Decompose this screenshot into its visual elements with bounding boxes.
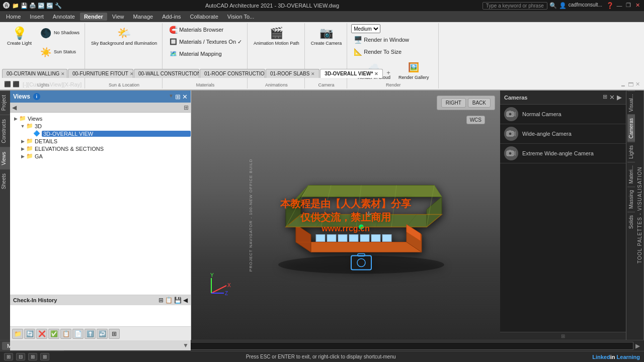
ci-btn-1[interactable]: 📁 bbox=[12, 329, 23, 339]
render-gallery-button[interactable]: 🖼️ Render Gallery bbox=[396, 58, 431, 81]
ci-btn-6[interactable]: 📄 bbox=[72, 329, 84, 339]
ci-btn-7[interactable]: ⬆️ bbox=[85, 329, 96, 339]
checkin-icon-2[interactable]: 📋 bbox=[165, 297, 173, 304]
checkin-title: Check-In History bbox=[13, 297, 57, 303]
ci-btn-9[interactable]: ⊞ bbox=[109, 329, 120, 339]
status-bar: ⊞ ⊟ ⊞ ⊞ Press ESC or ENTER to exit, or r… bbox=[0, 351, 644, 362]
camera-panel-scroll[interactable]: ⊞ bbox=[603, 94, 607, 101]
close-button[interactable]: ✕ bbox=[634, 2, 641, 9]
materials-browser-button[interactable]: 🧲 Materials Browser bbox=[167, 24, 244, 35]
menu-vision[interactable]: Vision To... bbox=[223, 13, 258, 21]
grid-toggle[interactable]: ⊟ bbox=[16, 353, 25, 360]
doc-tab-wall[interactable]: 00-WALL CONSTRUCTION ✕ bbox=[134, 69, 199, 78]
camera-item-wide[interactable]: Wide-angle Camera bbox=[500, 124, 626, 144]
ci-btn-3[interactable]: ❌ bbox=[36, 329, 47, 339]
menu-insert[interactable]: Insert bbox=[26, 13, 48, 21]
menu-annotate[interactable]: Annotate bbox=[49, 13, 79, 21]
search-icon[interactable]: 🔍 bbox=[549, 2, 557, 10]
user-name: cadfmconsult... bbox=[569, 2, 602, 10]
doc-tab-slabs[interactable]: 01-ROOF SLABS ✕ bbox=[266, 69, 319, 78]
view-minimize[interactable]: 🗕 bbox=[620, 81, 626, 87]
view-maximize[interactable]: 🗖 bbox=[628, 81, 633, 87]
solids-tab[interactable]: Solids bbox=[627, 212, 635, 232]
project-tab[interactable]: Project bbox=[0, 90, 10, 115]
tree-item-details[interactable]: ▶ 📁 DETAILS bbox=[10, 137, 191, 145]
views-panel-scroll-up[interactable]: ⊞ bbox=[175, 93, 181, 101]
add-doc-tab[interactable]: + bbox=[383, 67, 393, 78]
no-shadows-button[interactable]: 🌑 No Shadows bbox=[36, 24, 82, 42]
sheets-tab[interactable]: Sheets bbox=[0, 169, 10, 193]
user-icon[interactable]: 👤 bbox=[559, 2, 567, 10]
tree-item-3d-overall[interactable]: 🔷 3D-OVERALL VIEW bbox=[10, 130, 191, 137]
views-panel-dropdown[interactable]: ▼ bbox=[169, 93, 174, 101]
camera-item-normal[interactable]: Normal Camera bbox=[500, 105, 626, 124]
ortho-toggle[interactable]: ⊞ bbox=[28, 353, 37, 360]
close-curtain-tab[interactable]: ✕ bbox=[61, 71, 65, 76]
close-slabs-tab[interactable]: ✕ bbox=[311, 71, 315, 76]
minimize-button[interactable]: — bbox=[616, 2, 623, 9]
constructs-tab[interactable]: Constructs bbox=[0, 115, 10, 147]
animation-motion-button[interactable]: 🎬 Animation Motion Path bbox=[252, 24, 301, 47]
doc-tab-roof[interactable]: 01-ROOF CONSTRUCTION ✕ bbox=[200, 69, 265, 78]
menu-manage[interactable]: Manage bbox=[129, 13, 157, 21]
create-camera-button[interactable]: 📷 Create Camera bbox=[309, 24, 344, 47]
view-controls[interactable]: ⬛ ⬛ bbox=[4, 81, 20, 87]
viewport[interactable]: 本教程是由【人人素材】分享 仅供交流，禁止商用 www.rrcg.cn PROJ… bbox=[191, 90, 500, 340]
render-to-size-button[interactable]: 📐 Render To Size bbox=[351, 46, 435, 57]
materials-tab[interactable]: Materi... bbox=[627, 162, 635, 187]
menu-view[interactable]: View bbox=[108, 13, 128, 21]
doc-tab-overall[interactable]: 3D-OVERALL VIEW* ✕ bbox=[320, 69, 383, 78]
doc-tab-furniture[interactable]: 00-FURNITURE FITOUT ✕ bbox=[68, 69, 133, 78]
menu-render[interactable]: Render bbox=[80, 13, 107, 21]
tree-item-views-root[interactable]: ▶ 📁 Views bbox=[10, 115, 191, 122]
views-info-badge[interactable]: i bbox=[33, 93, 40, 100]
search-box[interactable]: Type a keyword or phrase bbox=[482, 2, 547, 10]
views-tab[interactable]: Views bbox=[0, 147, 10, 169]
ci-btn-4[interactable]: ✅ bbox=[48, 329, 59, 339]
polar-toggle[interactable]: ⊞ bbox=[40, 353, 49, 360]
svg-rect-10 bbox=[382, 235, 391, 242]
checkin-bottom-arrow[interactable]: ▼ bbox=[183, 342, 189, 349]
render-in-window-button[interactable]: 🖥️ Render in Window bbox=[351, 34, 411, 45]
ci-btn-5[interactable]: 📋 bbox=[60, 329, 71, 339]
views-expand-icon[interactable]: ⊞ bbox=[184, 104, 189, 111]
tree-item-elevations[interactable]: ▶ 📁 ELEVATIONS & SECTIONS bbox=[10, 145, 191, 152]
view-close[interactable]: ✕ bbox=[635, 81, 640, 87]
close-overall-tab[interactable]: ✕ bbox=[374, 71, 378, 76]
checkin-expand[interactable]: ◀ bbox=[183, 297, 188, 304]
menu-home[interactable]: Home bbox=[2, 13, 25, 21]
nav-right[interactable]: RIGHT bbox=[441, 98, 466, 108]
sun-status-button[interactable]: ☀️ Sun Status bbox=[36, 43, 82, 61]
camera-panel-expand[interactable]: ▶ bbox=[617, 94, 622, 101]
close-furniture-tab[interactable]: ✕ bbox=[130, 71, 133, 76]
snap-toggle[interactable]: ⊞ bbox=[4, 353, 13, 360]
views-panel-close[interactable]: ✕ bbox=[182, 93, 188, 101]
tree-item-3d[interactable]: ▼ 📁 3D bbox=[10, 122, 191, 130]
lights-tab[interactable]: Lights bbox=[627, 142, 635, 162]
nav-back[interactable]: BACK bbox=[468, 98, 491, 108]
render-preset-dropdown[interactable]: Medium Low High bbox=[351, 24, 380, 33]
menu-addins[interactable]: Add-ins bbox=[158, 13, 185, 21]
views-left-arrow[interactable]: ◀ bbox=[12, 104, 17, 111]
doc-tab-curtain[interactable]: 00-CURTAIN WALLING ✕ bbox=[2, 69, 67, 78]
create-light-button[interactable]: 💡 Create Light bbox=[5, 24, 34, 47]
checkin-icon-1[interactable]: ⊞ bbox=[158, 297, 164, 304]
material-mapping-button[interactable]: 🗺️ Material Mapping bbox=[167, 48, 244, 59]
menu-collaborate[interactable]: Collaborate bbox=[186, 13, 222, 21]
checkin-icon-3[interactable]: 💾 bbox=[174, 297, 182, 304]
tree-item-ga[interactable]: ▶ 📁 GA bbox=[10, 152, 191, 160]
ci-btn-8[interactable]: ↩️ bbox=[97, 329, 108, 339]
materials-textures-button[interactable]: 🔲 Materials / Textures On ✓ bbox=[167, 36, 244, 47]
restore-button[interactable]: ❐ bbox=[625, 2, 632, 9]
visual-tab[interactable]: Visual... bbox=[627, 90, 635, 115]
massing-tab[interactable]: Massing bbox=[627, 187, 635, 212]
sky-background-button[interactable]: 🌤️ Sky Background and Illumination bbox=[89, 24, 159, 47]
svg-marker-14 bbox=[301, 186, 442, 197]
ci-btn-2[interactable]: 🔄 bbox=[24, 329, 35, 339]
camera-panel-close[interactable]: ✕ bbox=[609, 94, 615, 101]
camera-item-extreme[interactable]: Extreme Wide-angle Camera bbox=[500, 144, 626, 163]
panel-resize-handle[interactable]: ⊞ bbox=[500, 332, 626, 340]
cameras-tab[interactable]: Cameras bbox=[627, 115, 635, 142]
help-icon[interactable]: ❓ bbox=[606, 2, 614, 10]
cmd-expand-icon[interactable]: ▶ bbox=[635, 342, 640, 349]
